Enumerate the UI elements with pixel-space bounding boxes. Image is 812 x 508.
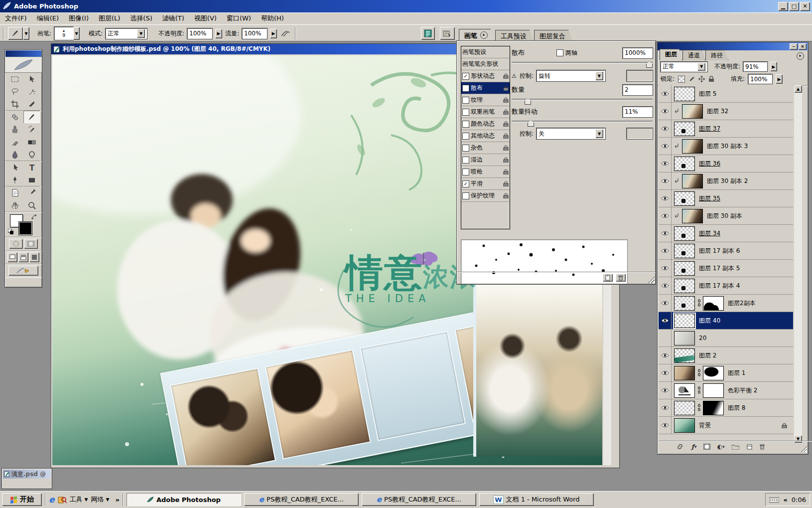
add-mask-icon[interactable] xyxy=(703,444,710,450)
control1-select[interactable]: 旋转 ▼ xyxy=(537,70,605,81)
mode-select[interactable]: 正常 ▼ xyxy=(106,28,147,39)
layer-thumbnail[interactable] xyxy=(674,331,695,345)
background-color-swatch[interactable] xyxy=(19,222,32,235)
layer-thumbnail[interactable] xyxy=(682,174,703,188)
layer-visibility-toggle[interactable] xyxy=(659,330,672,346)
palette-close-button[interactable]: × xyxy=(799,43,807,50)
tool-history-brush[interactable] xyxy=(23,123,40,136)
brush-option-10[interactable]: 喷枪 xyxy=(461,166,510,178)
standard-mode-icon[interactable] xyxy=(9,239,23,249)
delete-brush-icon[interactable] xyxy=(616,274,626,282)
tool-magic-wand[interactable] xyxy=(23,85,40,98)
control2-dropdown-arrow[interactable]: ▼ xyxy=(595,129,603,138)
taskbar-task-0[interactable]: Adobe Photoshop xyxy=(127,493,241,506)
layer-thumbnail[interactable] xyxy=(674,279,695,293)
swap-colors-icon[interactable] xyxy=(31,214,38,221)
menu-item-5[interactable]: 滤镜(T) xyxy=(157,12,189,24)
layer-visibility-toggle[interactable] xyxy=(659,417,672,434)
brush-option-4[interactable]: 纹理 xyxy=(461,94,510,106)
layers-resize-grip[interactable] xyxy=(801,446,807,452)
tool-slice[interactable] xyxy=(23,98,40,110)
layer-thumbnail[interactable] xyxy=(674,366,695,380)
count-jitter-slider[interactable] xyxy=(512,121,653,125)
layer-visibility-toggle[interactable] xyxy=(659,225,672,242)
layers-opacity-field[interactable]: 91% xyxy=(743,62,767,71)
layer-row-10[interactable]: 图层 17 副本 5 xyxy=(659,260,793,277)
brush-option-checkbox[interactable] xyxy=(462,157,469,164)
layer-thumbnail[interactable] xyxy=(674,314,695,328)
menu-item-0[interactable]: 文件(F) xyxy=(0,12,32,24)
brush-option-0[interactable]: 画笔预设 xyxy=(461,46,510,58)
file-browser-icon[interactable] xyxy=(440,27,455,40)
brush-option-11[interactable]: ✓平滑 xyxy=(461,178,510,190)
layer-visibility-toggle[interactable] xyxy=(659,190,672,207)
layer-thumbnail[interactable] xyxy=(674,122,695,136)
toolbox-drag-bar[interactable] xyxy=(5,50,41,57)
layer-visibility-toggle[interactable] xyxy=(659,155,672,172)
count-jitter-field[interactable]: 11% xyxy=(623,107,653,117)
control1-dropdown-arrow[interactable]: ▼ xyxy=(595,71,603,80)
menu-item-2[interactable]: 图像(I) xyxy=(64,12,94,24)
palette-minimize-button[interactable]: － xyxy=(790,43,798,50)
layer-row-16[interactable]: 图层 1 xyxy=(659,364,793,382)
layer-visibility-toggle[interactable] xyxy=(659,312,672,329)
menu-item-8[interactable]: 帮助(H) xyxy=(256,12,289,24)
taskbar-task-1[interactable]: ePS教程_CAD教程_EXCE... xyxy=(244,493,359,506)
tool-hand[interactable] xyxy=(6,199,23,211)
brush-option-checkbox[interactable]: ✓ xyxy=(462,73,469,80)
tool-rect-marquee[interactable] xyxy=(6,73,23,85)
taskbar-tools-menu[interactable]: 工具▼ xyxy=(70,495,88,504)
tool-clone-stamp[interactable] xyxy=(6,123,23,136)
layer-thumbnail[interactable] xyxy=(674,157,695,171)
brush-option-checkbox[interactable] xyxy=(462,121,469,128)
maximize-button[interactable]: □ xyxy=(789,2,799,11)
layers-scrollbar[interactable]: ▲ ▼ xyxy=(794,85,802,443)
count-slider[interactable] xyxy=(512,99,653,103)
tool-brush[interactable] xyxy=(23,111,40,123)
tab-channels[interactable]: 通道 xyxy=(682,50,705,60)
delete-layer-icon[interactable] xyxy=(759,444,765,450)
scatter-slider[interactable] xyxy=(512,62,653,66)
layer-row-11[interactable]: 图层 17 副本 4 xyxy=(659,277,793,295)
tool-zoom[interactable] xyxy=(23,199,40,211)
brush-option-6[interactable]: 颜色动态 xyxy=(461,118,510,130)
layer-row-7[interactable]: 图层 30 副本 xyxy=(659,207,793,225)
layer-visibility-toggle[interactable] xyxy=(659,207,672,224)
tool-gradient[interactable] xyxy=(23,136,40,148)
brush-option-5[interactable]: 双重画笔 xyxy=(461,106,510,118)
brush-option-12[interactable]: 保护纹理 xyxy=(461,190,510,202)
start-button[interactable]: 开始 xyxy=(2,493,42,506)
tool-notes[interactable] xyxy=(6,186,23,199)
both-axes-checkbox[interactable] xyxy=(556,49,563,56)
brush-option-checkbox[interactable] xyxy=(462,97,469,104)
layer-row-6[interactable]: 图层 35 xyxy=(659,190,793,207)
mode-dropdown-arrow[interactable]: ▼ xyxy=(137,29,145,38)
layer-thumbnail[interactable] xyxy=(682,139,703,154)
airbrush-toggle-icon[interactable] xyxy=(279,27,292,39)
new-group-icon[interactable] xyxy=(732,444,739,450)
taskbar-network-menu[interactable]: 网络▼ » xyxy=(91,495,119,504)
jump-to-imageready-icon[interactable] xyxy=(8,266,38,276)
layer-mask-thumbnail[interactable] xyxy=(703,383,724,398)
lock-transparency-icon[interactable] xyxy=(678,76,685,83)
layer-thumbnail[interactable] xyxy=(674,191,695,206)
quicklaunch-ie-icon[interactable]: e xyxy=(49,495,55,505)
tool-burn[interactable] xyxy=(23,148,40,161)
tab-layers[interactable]: 图层 xyxy=(660,49,682,60)
quicklaunch-search-icon[interactable] xyxy=(58,495,67,504)
current-tool-icon[interactable] xyxy=(8,27,23,40)
blend-mode-arrow[interactable]: ▼ xyxy=(697,63,705,71)
lock-position-icon[interactable] xyxy=(698,76,705,82)
brush-option-8[interactable]: 杂色 xyxy=(461,142,510,154)
tool-crop[interactable] xyxy=(6,98,23,110)
menu-item-3[interactable]: 图层(L) xyxy=(94,12,125,24)
resize-grip[interactable] xyxy=(648,276,655,283)
tray-collapse-chevron[interactable]: « xyxy=(783,496,787,504)
brush-option-9[interactable]: 湿边 xyxy=(461,154,510,166)
minimized-document-window[interactable]: 满意.psd @ xyxy=(2,469,52,489)
palette-menu-icon[interactable]: ▸ xyxy=(480,31,488,39)
layer-row-13[interactable]: 图层 40 xyxy=(659,312,793,330)
layer-visibility-toggle[interactable] xyxy=(659,242,672,259)
layer-row-4[interactable]: 图层 36 xyxy=(659,155,793,172)
layers-menu-icon[interactable]: ▸ xyxy=(797,52,804,60)
